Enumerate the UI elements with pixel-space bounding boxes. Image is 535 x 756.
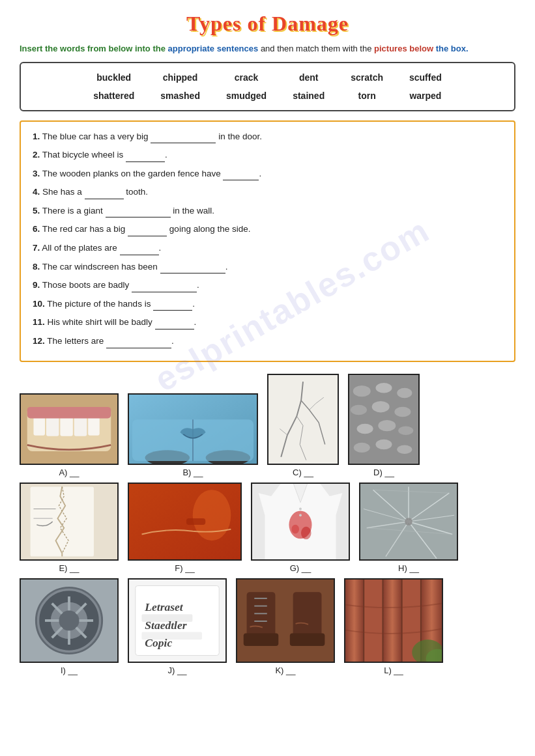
images-row-3: I) __ Letraset Staedtler Copic xyxy=(20,578,515,675)
word-col-1: buckled shattered xyxy=(93,68,134,105)
svg-rect-70 xyxy=(141,614,192,622)
image-item-J: Letraset Staedtler Copic J) __ xyxy=(128,578,227,675)
blank-8[interactable] xyxy=(160,264,225,273)
image-D xyxy=(348,374,420,465)
instruction-part1: Insert the words from below into the xyxy=(20,44,166,53)
svg-point-19 xyxy=(372,401,390,412)
image-G xyxy=(251,483,350,561)
sentence-11: 11. His white shirt will be badly . xyxy=(33,315,502,329)
word-buckled: buckled xyxy=(96,68,131,87)
svg-point-37 xyxy=(291,524,299,533)
svg-rect-73 xyxy=(247,592,276,639)
word-chipped: chipped xyxy=(163,68,198,87)
image-item-E: E) __ xyxy=(20,483,119,573)
image-item-K: K) __ xyxy=(236,578,335,675)
word-scuffed: scuffed xyxy=(409,68,442,87)
sentence-6: 6. The red car has a big going along the… xyxy=(33,222,502,236)
svg-point-16 xyxy=(375,383,392,393)
sentences-box: 1. The blue car has a very big in the do… xyxy=(20,120,515,362)
blank-10[interactable] xyxy=(153,301,192,311)
image-label-J: J) __ xyxy=(168,665,187,675)
blank-7[interactable] xyxy=(120,246,159,255)
blank-11[interactable] xyxy=(155,320,194,329)
image-E xyxy=(20,483,119,561)
svg-rect-80 xyxy=(290,633,325,645)
blank-2[interactable] xyxy=(126,153,165,162)
word-col-4: dent stained xyxy=(293,68,325,105)
svg-rect-33 xyxy=(186,518,205,525)
svg-rect-79 xyxy=(293,592,322,639)
svg-point-36 xyxy=(301,526,311,539)
svg-point-20 xyxy=(394,406,411,416)
word-dent: dent xyxy=(299,68,319,87)
svg-point-23 xyxy=(398,426,413,434)
sentence-4: 4. She has a tooth. xyxy=(33,185,502,199)
word-box: buckled shattered chipped smashed crack … xyxy=(20,62,515,111)
image-item-B: B) __ xyxy=(128,393,258,477)
page-title: Types of Damage xyxy=(20,12,515,36)
word-col-3: crack smudged xyxy=(226,68,267,105)
blank-6[interactable] xyxy=(128,227,167,236)
image-label-B: B) __ xyxy=(182,468,203,477)
images-section: A) __ xyxy=(20,374,515,675)
svg-rect-83 xyxy=(364,579,382,662)
svg-point-38 xyxy=(299,507,302,510)
image-item-H: H) __ xyxy=(359,483,458,573)
svg-point-22 xyxy=(378,420,396,431)
svg-point-15 xyxy=(353,385,371,397)
instruction: Insert the words from below into the app… xyxy=(20,42,515,55)
sentence-2: 2. That bicycle wheel is . xyxy=(33,148,502,162)
word-scratch: scratch xyxy=(351,68,383,87)
svg-rect-71 xyxy=(141,632,202,639)
image-I xyxy=(20,578,119,663)
blank-4[interactable] xyxy=(85,190,124,199)
word-crack: crack xyxy=(235,68,259,87)
sentence-5: 5. There is a giant in the wall. xyxy=(33,204,502,218)
svg-point-39 xyxy=(299,514,302,516)
blank-9[interactable] xyxy=(132,283,197,292)
sentence-7: 7. All of the plates are . xyxy=(33,241,502,255)
image-K xyxy=(236,578,335,663)
image-item-I: I) __ xyxy=(20,578,119,675)
blank-1[interactable] xyxy=(151,134,216,143)
page-wrapper: eslprintables.com Types of Damage Insert… xyxy=(20,12,515,675)
instruction-part3: and then match them with the xyxy=(261,44,372,53)
sentence-12: 12. The letters are . xyxy=(33,334,502,348)
sentence-9: 9. Those boots are badly . xyxy=(33,278,502,292)
image-A xyxy=(20,393,119,465)
sentence-10: 10. The picture of the hands is . xyxy=(33,297,502,311)
image-label-A: A) __ xyxy=(59,468,79,477)
image-item-A: A) __ xyxy=(20,393,119,477)
image-label-K: K) __ xyxy=(275,665,295,675)
instruction-part2: appropriate sentences xyxy=(168,44,259,53)
svg-rect-84 xyxy=(383,579,401,662)
image-label-L: L) __ xyxy=(384,665,403,675)
blank-3[interactable] xyxy=(223,171,259,180)
image-label-H: H) __ xyxy=(398,563,419,573)
word-col-5: scratch torn xyxy=(351,68,383,105)
image-C xyxy=(267,374,339,465)
svg-point-21 xyxy=(357,423,373,433)
image-H xyxy=(359,483,458,561)
image-item-D: D) __ xyxy=(348,374,420,477)
word-col-2: chipped smashed xyxy=(160,68,200,105)
svg-rect-82 xyxy=(345,579,363,662)
image-item-F: F) __ xyxy=(128,483,242,573)
svg-rect-13 xyxy=(268,375,338,463)
sentence-8: 8. The car windscreen has been . xyxy=(33,260,502,274)
svg-point-25 xyxy=(375,439,392,449)
word-torn: torn xyxy=(358,87,375,105)
svg-rect-7 xyxy=(27,407,111,419)
svg-rect-74 xyxy=(244,633,279,645)
image-item-G: G) __ xyxy=(251,483,350,573)
image-label-D: D) __ xyxy=(373,468,394,477)
image-L xyxy=(344,578,443,663)
image-label-G: G) __ xyxy=(290,563,311,573)
blank-12[interactable] xyxy=(106,339,171,348)
svg-point-18 xyxy=(351,404,367,414)
blank-5[interactable] xyxy=(106,208,171,217)
svg-point-26 xyxy=(397,445,412,453)
images-row-1: A) __ xyxy=(20,374,515,477)
word-stained: stained xyxy=(293,87,325,105)
svg-rect-28 xyxy=(31,486,94,556)
